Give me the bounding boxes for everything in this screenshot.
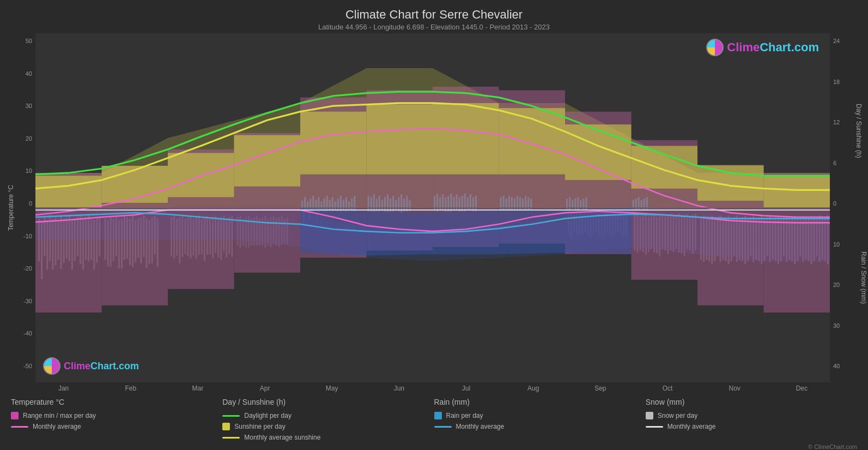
legend-item-temp-avg: Monthly average xyxy=(11,423,222,430)
chart-svg xyxy=(35,33,830,382)
y-tick: 20 xyxy=(26,135,32,142)
x-axis: Jan Feb Mar Apr May Jun Jul Aug Sep Oct … xyxy=(30,382,835,392)
legend-area: Temperature °C Range min / max per day M… xyxy=(0,392,868,445)
x-tick-dec: Dec xyxy=(768,385,835,392)
x-tick-feb: Feb xyxy=(97,385,164,392)
legend-title-snow: Snow (mm) xyxy=(646,398,857,406)
legend-box-snow xyxy=(646,412,653,419)
legend-label-sunshine: Sunshine per day xyxy=(234,423,285,430)
legend-label-temp-range: Range min / max per day xyxy=(23,412,96,419)
y-tick: 0 xyxy=(29,200,32,207)
legend-line-temp-avg xyxy=(11,426,28,428)
watermark-text-bottom: ClimeChart.com xyxy=(64,361,139,372)
legend-col-rain: Rain (mm) Rain per day Monthly average xyxy=(434,398,646,441)
svg-rect-305 xyxy=(697,165,764,201)
legend-label-snow-avg: Monthly average xyxy=(667,423,716,430)
logo-icon xyxy=(43,357,60,375)
y-tick: -20 xyxy=(23,265,32,272)
y-tick-right: 40 xyxy=(833,363,840,369)
watermark-purple-top: Clime xyxy=(727,40,760,54)
legend-item-temp-range: Range min / max per day xyxy=(11,412,222,419)
legend-line-rain-avg xyxy=(434,426,452,428)
legend-label-temp-avg: Monthly average xyxy=(33,423,81,430)
y-tick-right: 30 xyxy=(833,322,840,329)
y-tick: 40 xyxy=(26,70,32,77)
logo-icon-top xyxy=(706,39,724,56)
y-tick-right: 10 xyxy=(833,241,840,248)
watermark-purple: Clime xyxy=(64,361,90,371)
legend-item-rain: Rain per day xyxy=(434,412,646,419)
watermark-cyan-top: Chart.com xyxy=(760,40,819,54)
svg-rect-296 xyxy=(102,166,168,203)
y-axis-left: Temperature °C 50 40 30 20 10 0 -10 -20 … xyxy=(5,33,35,382)
svg-rect-295 xyxy=(35,176,102,208)
y-axis-right: Day / Sunshine (h) Rain / Snow (mm) 24 1… xyxy=(830,33,863,382)
x-tick-oct: Oct xyxy=(634,385,701,392)
y-tick-right: 0 xyxy=(833,200,836,207)
y-tick: -50 xyxy=(23,363,32,369)
legend-label-sunshine-avg: Monthly average sunshine xyxy=(244,434,320,441)
legend-col-snow: Snow (mm) Snow per day Monthly average xyxy=(646,398,857,441)
chart-title: Climate Chart for Serre Chevalier xyxy=(0,8,868,22)
watermark-text-top: ClimeChart.com xyxy=(727,40,819,55)
watermark-cyan: Chart.com xyxy=(90,361,139,371)
legend-line-daylight xyxy=(222,415,240,417)
y-tick: 50 xyxy=(26,38,32,44)
svg-rect-300 xyxy=(367,105,433,175)
y-tick-right: 12 xyxy=(833,119,840,125)
y-axis-right-bottom-label: Rain / Snow (mm) xyxy=(860,251,867,304)
svg-rect-304 xyxy=(632,146,698,188)
legend-box-rain xyxy=(434,412,442,419)
legend-item-daylight: Daylight per day xyxy=(222,412,434,419)
watermark-top-right: ClimeChart.com xyxy=(706,39,819,56)
legend-label-rain-avg: Monthly average xyxy=(456,423,505,430)
x-tick-aug: Aug xyxy=(500,385,567,392)
chart-area-wrapper: Temperature °C 50 40 30 20 10 0 -10 -20 … xyxy=(5,33,863,382)
x-tick-jul: Jul xyxy=(433,385,500,392)
y-tick-right: 18 xyxy=(833,79,840,85)
y-tick: -10 xyxy=(23,233,32,239)
svg-rect-301 xyxy=(433,103,499,175)
legend-label-daylight: Daylight per day xyxy=(244,412,292,419)
x-tick-jun: Jun xyxy=(366,385,433,392)
legend-item-sunshine: Sunshine per day xyxy=(222,423,434,430)
y-axis-left-label: Temperature °C xyxy=(7,185,15,231)
y-tick: 30 xyxy=(26,103,32,109)
legend-title-rain: Rain (mm) xyxy=(434,398,646,406)
watermark-bottom-left: ClimeChart.com xyxy=(43,357,139,375)
x-tick-nov: Nov xyxy=(701,385,768,392)
legend-item-rain-avg: Monthly average xyxy=(434,423,646,430)
svg-rect-306 xyxy=(764,176,830,208)
legend-col-temperature: Temperature °C Range min / max per day M… xyxy=(11,398,222,441)
x-tick-may: May xyxy=(299,385,366,392)
y-tick: -30 xyxy=(23,298,32,304)
y-axis-right-top-label: Day / Sunshine (h) xyxy=(854,104,862,158)
legend-line-sunshine-avg xyxy=(222,437,240,439)
legend-item-snow-avg: Monthly average xyxy=(646,423,857,430)
legend-item-snow: Snow per day xyxy=(646,412,857,419)
legend-label-snow: Snow per day xyxy=(658,412,697,419)
x-tick-sep: Sep xyxy=(567,385,634,392)
y-tick-right: 6 xyxy=(833,160,836,166)
svg-rect-299 xyxy=(300,112,367,175)
x-tick-mar: Mar xyxy=(164,385,231,392)
y-tick: 10 xyxy=(26,167,32,174)
legend-title-temperature: Temperature °C xyxy=(11,398,222,406)
chart-container: Climate Chart for Serre Chevalier Latitu… xyxy=(0,0,868,450)
legend-box-sunshine xyxy=(222,423,230,430)
y-tick-right: 24 xyxy=(833,38,840,44)
copyright: © ClimeChart.com xyxy=(0,443,868,450)
legend-title-sunshine: Day / Sunshine (h) xyxy=(222,398,434,406)
legend-item-sunshine-avg: Monthly average sunshine xyxy=(222,434,434,441)
svg-rect-303 xyxy=(565,124,632,180)
chart-header: Climate Chart for Serre Chevalier Latitu… xyxy=(0,0,868,33)
y-tick: -40 xyxy=(23,330,32,337)
legend-line-snow-avg xyxy=(646,426,663,428)
legend-box-temp-range xyxy=(11,412,19,419)
y-tick-right: 20 xyxy=(833,281,840,288)
legend-label-rain: Rain per day xyxy=(446,412,483,419)
x-tick-jan: Jan xyxy=(30,385,97,392)
chart-plot-area: ClimeChart.com ClimeChart.com xyxy=(35,33,830,382)
chart-subtitle: Latitude 44.956 - Longitude 6.698 - Elev… xyxy=(0,23,868,31)
legend-col-sunshine: Day / Sunshine (h) Daylight per day Suns… xyxy=(222,398,434,441)
